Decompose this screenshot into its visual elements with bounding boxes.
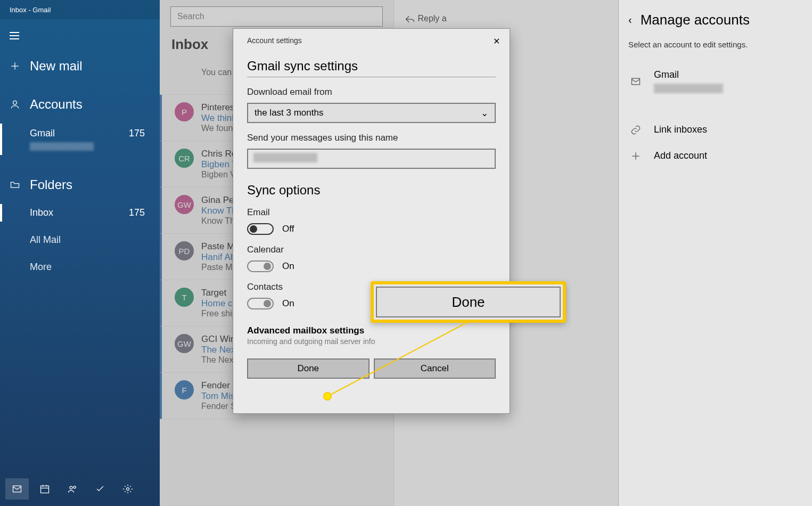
plus-icon [628, 151, 643, 161]
dialog-header: Account settings [247, 36, 496, 45]
plus-icon [10, 61, 20, 71]
hamburger-menu[interactable] [0, 27, 160, 47]
svg-point-0 [13, 101, 17, 104]
flyout-desc: Select an account to edit settings. [628, 40, 802, 49]
account-name: Gmail [30, 128, 55, 138]
contacts-toggle[interactable] [247, 298, 274, 309]
account-email-redacted [30, 142, 94, 151]
calendar-toggle-label: Calendar [247, 244, 496, 255]
download-range-select[interactable]: the last 3 months ⌄ [247, 103, 496, 123]
folders-label: Folders [30, 177, 72, 192]
callout-done-button: Done [376, 287, 561, 317]
accounts-label: Accounts [30, 97, 83, 112]
inbox-label: Inbox [30, 207, 53, 218]
folder-all-mail[interactable]: All Mail [0, 231, 160, 249]
download-label: Download email from [247, 87, 496, 97]
folder-icon [10, 179, 20, 190]
link-inboxes-button[interactable]: Link inboxes [628, 117, 802, 143]
svg-point-3 [70, 486, 72, 489]
advanced-mailbox-link[interactable]: Advanced mailbox settings Incoming and o… [247, 325, 496, 346]
account-gmail[interactable]: Gmail 175 [0, 124, 160, 155]
email-toggle-label: Email [247, 207, 496, 218]
folder-more[interactable]: More [0, 258, 160, 276]
mail-icon [628, 76, 643, 87]
add-account-button[interactable]: Add account [628, 143, 802, 169]
folder-inbox[interactable]: Inbox 175 [0, 204, 160, 222]
account-settings-dialog: Account settings ✕ Gmail sync settings D… [233, 28, 510, 414]
advanced-desc: Incoming and outgoing mail server info [247, 337, 496, 346]
account-email-redacted [654, 84, 723, 93]
calendar-state: On [282, 261, 294, 272]
new-mail-button[interactable]: New mail [0, 47, 160, 85]
download-range-value: the last 3 months [255, 108, 323, 118]
mail-icon[interactable] [5, 478, 29, 500]
dialog-title: Gmail sync settings [247, 59, 496, 77]
new-mail-label: New mail [30, 59, 83, 74]
account-row-gmail[interactable]: Gmail [628, 62, 802, 101]
folders-heading[interactable]: Folders [0, 166, 160, 204]
more-label: More [30, 262, 52, 273]
advanced-title: Advanced mailbox settings [247, 325, 496, 336]
sender-name-input[interactable] [247, 149, 496, 169]
calendar-toggle[interactable] [247, 260, 274, 272]
flyout-title: Manage accounts [641, 12, 750, 28]
sender-name-redacted [253, 153, 317, 162]
account-label: Gmail [654, 69, 723, 80]
done-button[interactable]: Done [247, 358, 370, 379]
accounts-heading[interactable]: Accounts [0, 85, 160, 124]
callout-highlight: Done [371, 281, 566, 323]
manage-accounts-panel: ‹ Manage accounts Select an account to e… [618, 0, 812, 506]
sync-options-heading: Sync options [247, 183, 496, 198]
cancel-button[interactable]: Cancel [374, 358, 496, 379]
email-state: Off [282, 224, 294, 234]
todo-icon[interactable] [88, 478, 112, 500]
contacts-state: On [282, 298, 294, 309]
inbox-count: 175 [129, 207, 145, 218]
email-toggle[interactable] [247, 223, 274, 235]
account-count: 175 [129, 128, 145, 139]
settings-icon[interactable] [116, 478, 140, 500]
link-inboxes-label: Link inboxes [654, 124, 707, 135]
svg-point-4 [73, 486, 76, 488]
calendar-icon[interactable] [33, 478, 56, 500]
svg-rect-1 [13, 486, 21, 492]
back-icon[interactable]: ‹ [628, 14, 632, 26]
svg-rect-2 [41, 486, 49, 493]
people-icon[interactable] [61, 478, 84, 500]
bottom-toolbar [0, 472, 160, 506]
person-icon [10, 99, 20, 110]
nav-sidebar: Inbox - Gmail New mail Accounts Gmail 17… [0, 0, 160, 506]
add-account-label: Add account [654, 150, 707, 161]
close-icon[interactable]: ✕ [493, 36, 500, 46]
chevron-down-icon: ⌄ [481, 108, 488, 119]
svg-point-5 [127, 488, 129, 491]
link-icon [628, 125, 643, 135]
all-mail-label: All Mail [30, 234, 61, 246]
sender-name-label: Send your messages using this name [247, 133, 496, 143]
svg-rect-6 [632, 78, 640, 85]
window-title: Inbox - Gmail [0, 0, 160, 19]
